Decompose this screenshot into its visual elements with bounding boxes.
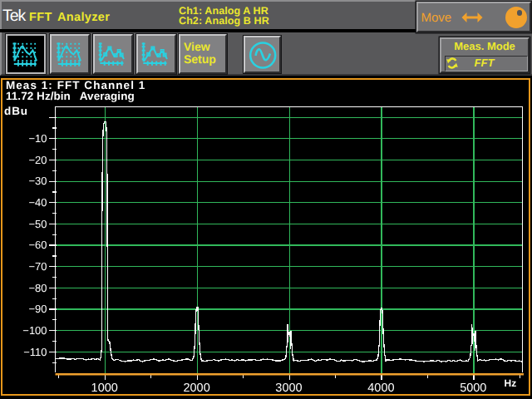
svg-text:−30: −30 — [29, 175, 47, 187]
svg-text:−50: −50 — [29, 218, 47, 230]
svg-text:−10: −10 — [29, 132, 47, 145]
svg-text:−40: −40 — [29, 196, 47, 209]
svg-text:1000: 1000 — [91, 382, 118, 395]
svg-text:−20: −20 — [29, 154, 47, 166]
svg-text:dBu: dBu — [4, 105, 28, 117]
svg-text:−60: −60 — [29, 239, 47, 251]
svg-text:Hz: Hz — [505, 377, 517, 389]
svg-text:−100: −100 — [22, 324, 47, 337]
svg-text:3000: 3000 — [275, 382, 302, 395]
svg-text:−90: −90 — [29, 303, 47, 315]
svg-text:−70: −70 — [29, 260, 47, 273]
svg-text:5000: 5000 — [460, 382, 486, 395]
svg-text:−110: −110 — [23, 346, 47, 358]
svg-text:11.72 Hz/bin Averaging: 11.72 Hz/bin Averaging — [6, 90, 135, 102]
svg-text:−80: −80 — [29, 282, 47, 294]
svg-text:4000: 4000 — [367, 382, 394, 395]
svg-text:2000: 2000 — [183, 382, 209, 395]
